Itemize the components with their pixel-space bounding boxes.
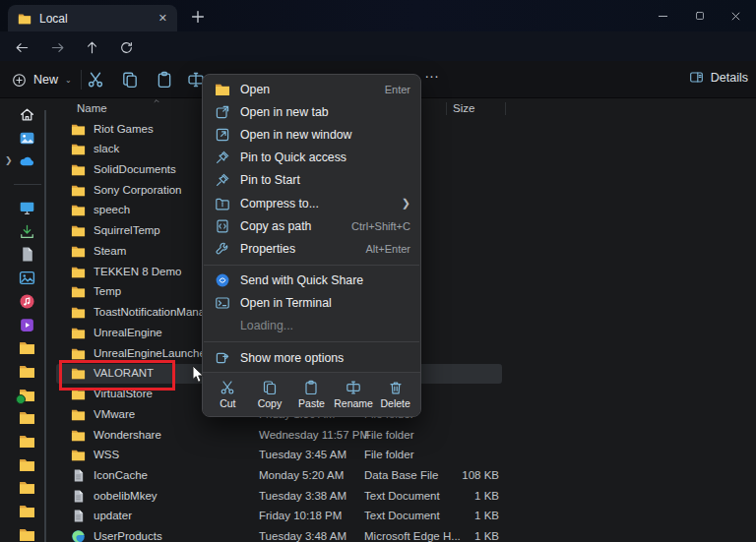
- back-button[interactable]: [10, 35, 33, 59]
- column-separator[interactable]: [446, 102, 447, 115]
- quick-action-delete[interactable]: Delete: [375, 380, 416, 409]
- navigation-bar: ❯ ❯ AppData ❯ Local ❯ Search Local: [0, 31, 756, 61]
- quick-action-label: Cut: [220, 397, 235, 409]
- paste-button[interactable]: [156, 71, 173, 89]
- file-row[interactable]: UserProductsTuesday 3:48 AMMicrosoft Edg…: [54, 527, 756, 542]
- menu-item-label: Open: [240, 83, 270, 96]
- file-name: WSS: [94, 449, 119, 460]
- open-folder-icon: [215, 82, 230, 97]
- terminal-icon: [215, 295, 230, 311]
- delete-icon: [388, 380, 404, 395]
- maximize-button[interactable]: [681, 0, 718, 31]
- quick-action-paste[interactable]: Paste: [290, 380, 332, 409]
- file-type: File folder: [364, 449, 414, 460]
- quick-action-copy[interactable]: Copy: [249, 380, 290, 409]
- menu-item-open-in-new-window[interactable]: Open in new window: [203, 123, 420, 146]
- file-name: Wondershare: [94, 429, 161, 441]
- menu-item-send-with-quick-share[interactable]: Send with Quick Share: [203, 270, 420, 292]
- minimize-button[interactable]: [645, 0, 681, 31]
- sidebar: ❯: [0, 98, 54, 542]
- menu-item-pin-to-start[interactable]: Pin to Start: [203, 169, 420, 192]
- menu-item-label: Pin to Quick access: [240, 151, 346, 164]
- menu-item-open-in-terminal[interactable]: Open in Terminal: [203, 292, 420, 315]
- copy-button[interactable]: [121, 71, 139, 89]
- close-button[interactable]: [718, 0, 754, 31]
- file-icon: [71, 489, 86, 504]
- new-tab-icon: [215, 104, 230, 120]
- documents-icon: [19, 246, 35, 263]
- file-row[interactable]: updaterFriday 10:18 PMText Document1 KB: [54, 507, 756, 527]
- folder-icon: [18, 12, 32, 26]
- forward-button[interactable]: [45, 35, 69, 59]
- folder-icon: [71, 142, 86, 156]
- refresh-button[interactable]: [114, 35, 138, 59]
- pinned-folder-icon: [19, 456, 35, 473]
- file-size: 108 KB: [379, 469, 499, 481]
- new-tab-button[interactable]: [189, 8, 207, 26]
- details-button[interactable]: Details: [689, 70, 748, 85]
- folder-icon: [71, 305, 86, 320]
- explorer-tab[interactable]: Local ✕: [8, 5, 177, 31]
- menu-item-pin-to-quick-access[interactable]: Pin to Quick access: [203, 147, 420, 169]
- expand-chevron-icon[interactable]: ❯: [5, 156, 13, 165]
- menu-item-open[interactable]: OpenEnter: [203, 78, 420, 100]
- menu-item-label: Open in Terminal: [240, 296, 332, 310]
- plus-circle-icon: [12, 73, 27, 88]
- menu-item-properties[interactable]: PropertiesAlt+Enter: [203, 237, 420, 260]
- quick-action-cut[interactable]: Cut: [207, 380, 248, 409]
- new-button[interactable]: New ⌄: [12, 69, 72, 90]
- up-arrow-icon: [85, 40, 99, 55]
- file-row[interactable]: oobelibMkeyTuesday 3:38 AMText Document1…: [54, 486, 756, 507]
- file-row[interactable]: WSSTuesday 3:45 AMFile folder: [54, 446, 756, 466]
- paste-icon: [156, 71, 173, 89]
- sidebar-scrollbar[interactable]: [44, 110, 46, 542]
- sync-badge-icon: [16, 394, 26, 404]
- quick-action-rename[interactable]: Rename: [333, 380, 374, 409]
- see-more-button[interactable]: ...: [421, 65, 443, 81]
- date-modified: Tuesday 3:48 AM: [259, 530, 346, 542]
- menu-item-label: Compress to...: [240, 197, 319, 211]
- menu-shortcut: Enter: [385, 84, 410, 95]
- column-header-name[interactable]: Name: [77, 102, 107, 114]
- file-size: 1 KB: [379, 490, 499, 502]
- file-row[interactable]: WondershareWednesday 11:57 PMFile folder: [54, 425, 756, 446]
- folder-icon: [71, 183, 86, 198]
- menu-item-show-more-options[interactable]: Show more options: [203, 346, 420, 369]
- cut-icon: [87, 71, 104, 89]
- pinned-folder-icon: [19, 526, 35, 542]
- up-button[interactable]: [80, 35, 103, 59]
- folder-icon: [71, 223, 86, 238]
- file-name: Steam: [94, 245, 126, 257]
- file-name: SolidDocuments: [94, 163, 176, 175]
- date-modified: Tuesday 3:38 AM: [259, 490, 346, 502]
- edge-icon: [71, 529, 86, 542]
- cut-button[interactable]: [87, 71, 104, 89]
- videos-icon: [19, 317, 35, 333]
- menu-item-open-in-new-tab[interactable]: Open in new tab: [203, 100, 420, 123]
- file-name: IconCache: [94, 469, 148, 481]
- file-size: 1 KB: [379, 510, 499, 521]
- titlebar: Local ✕: [0, 0, 756, 31]
- file-name: UserProducts: [94, 530, 162, 542]
- file-row[interactable]: IconCacheMonday 5:20 AMData Base File108…: [54, 465, 756, 486]
- file-size: 1 KB: [379, 530, 499, 542]
- onedrive-icon: [19, 153, 35, 170]
- tab-close-icon[interactable]: ✕: [158, 13, 167, 24]
- show-more-icon: [215, 350, 230, 366]
- folder-icon: [71, 203, 86, 217]
- date-modified: Friday 10:18 PM: [259, 510, 342, 521]
- column-separator[interactable]: [505, 102, 506, 115]
- downloads-icon: [19, 223, 35, 240]
- pictures-icon: [19, 270, 35, 286]
- back-arrow-icon: [15, 40, 30, 55]
- menu-item-copy-as-path[interactable]: Copy as pathCtrl+Shift+C: [203, 214, 420, 237]
- pin-icon: [215, 150, 230, 165]
- paste-icon: [303, 380, 319, 395]
- cut-icon: [220, 380, 235, 395]
- menu-item-label: Loading...: [240, 319, 293, 332]
- file-name: Temp: [94, 285, 121, 297]
- compress-icon: [215, 196, 230, 211]
- menu-item-label: Properties: [240, 242, 295, 256]
- column-header-size[interactable]: Size: [453, 102, 474, 114]
- menu-item-compress-to[interactable]: Compress to...❯: [203, 192, 420, 214]
